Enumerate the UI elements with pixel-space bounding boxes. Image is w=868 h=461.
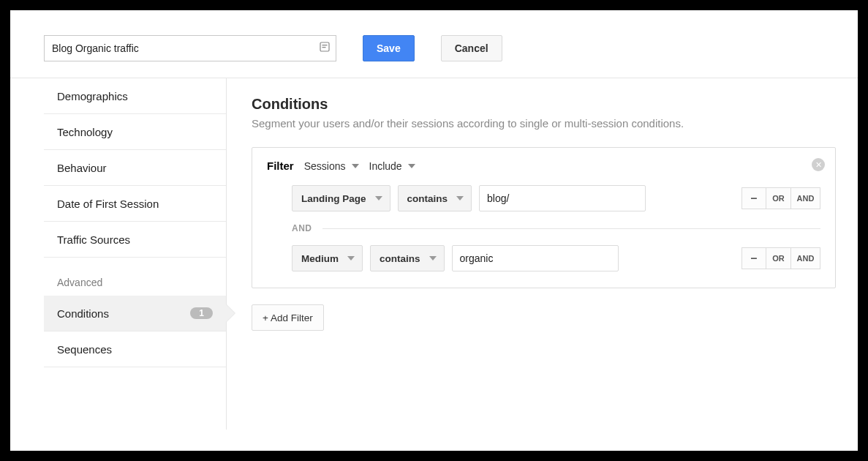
row-ops: – OR AND	[741, 247, 820, 269]
value-input[interactable]	[479, 185, 646, 211]
add-filter-button[interactable]: + Add Filter	[252, 304, 324, 331]
sidebar-item-demographics[interactable]: Demographics	[44, 78, 226, 114]
operator-dropdown[interactable]: contains	[398, 185, 472, 211]
sidebar-item-label: Conditions	[57, 307, 109, 320]
operator-dropdown[interactable]: contains	[370, 245, 445, 271]
mode-value: Include	[369, 160, 402, 172]
sidebar-item-first-session[interactable]: Date of First Session	[44, 186, 226, 222]
top-bar: Save Cancel	[10, 10, 858, 78]
condition-row: Medium contains – OR AND	[267, 245, 820, 271]
row-ops: – OR AND	[741, 187, 820, 209]
sidebar-item-label: Traffic Sources	[57, 233, 130, 246]
panel-title: Conditions	[252, 96, 836, 113]
sidebar-item-label: Demographics	[57, 90, 128, 102]
chevron-down-icon	[352, 164, 359, 168]
sidebar: Demographics Technology Behaviour Date o…	[10, 78, 227, 430]
close-icon[interactable]: ✕	[812, 158, 825, 171]
main-panel: Conditions Segment your users and/or the…	[227, 78, 858, 430]
segment-name-input[interactable]	[44, 35, 336, 61]
remove-row-button[interactable]: –	[741, 247, 766, 269]
chevron-down-icon	[408, 164, 415, 168]
filter-box: ✕ Filter Sessions Include	[252, 147, 836, 288]
chevron-down-icon	[347, 256, 355, 261]
panel-subtitle: Segment your users and/or their sessions…	[252, 117, 836, 130]
and-label: AND	[292, 223, 312, 233]
and-separator: AND	[267, 211, 820, 245]
svg-rect-2	[322, 47, 326, 48]
segment-name-wrap	[44, 35, 336, 61]
operator-value: contains	[380, 253, 420, 264]
scope-value: Sessions	[304, 160, 346, 172]
and-button[interactable]: AND	[791, 247, 820, 269]
sidebar-item-conditions[interactable]: Conditions 1	[44, 296, 226, 331]
sidebar-item-label: Sequences	[57, 343, 112, 356]
save-button[interactable]: Save	[363, 35, 415, 61]
filter-header: Filter Sessions Include	[267, 160, 820, 172]
card-icon	[319, 41, 331, 56]
mode-dropdown[interactable]: Include	[369, 160, 415, 172]
cancel-button[interactable]: Cancel	[441, 35, 502, 61]
dimension-dropdown[interactable]: Medium	[292, 245, 363, 271]
or-button[interactable]: OR	[766, 247, 791, 269]
sidebar-item-sequences[interactable]: Sequences	[44, 331, 226, 367]
sidebar-item-label: Technology	[57, 126, 113, 138]
sidebar-heading-advanced: Advanced	[44, 258, 226, 296]
scope-dropdown[interactable]: Sessions	[304, 160, 359, 172]
filter-label: Filter	[267, 160, 294, 172]
chevron-down-icon	[375, 196, 382, 200]
condition-row: Landing Page contains – OR AND	[267, 185, 820, 211]
sidebar-item-traffic-sources[interactable]: Traffic Sources	[44, 222, 226, 258]
svg-rect-1	[322, 45, 328, 45]
dimension-value: Landing Page	[301, 193, 366, 204]
chevron-down-icon	[456, 196, 464, 200]
remove-row-button[interactable]: –	[741, 187, 766, 209]
value-input[interactable]	[452, 245, 619, 271]
sidebar-item-behaviour[interactable]: Behaviour	[44, 150, 226, 186]
dimension-value: Medium	[301, 253, 339, 264]
separator-line	[322, 228, 821, 229]
or-button[interactable]: OR	[766, 187, 791, 209]
sidebar-item-label: Date of First Session	[57, 198, 159, 210]
and-button[interactable]: AND	[791, 187, 820, 209]
operator-value: contains	[407, 193, 448, 204]
dimension-dropdown[interactable]: Landing Page	[292, 185, 390, 211]
sidebar-item-label: Behaviour	[57, 162, 107, 174]
chevron-down-icon	[429, 256, 437, 261]
count-badge: 1	[190, 307, 213, 319]
sidebar-item-technology[interactable]: Technology	[44, 114, 226, 150]
